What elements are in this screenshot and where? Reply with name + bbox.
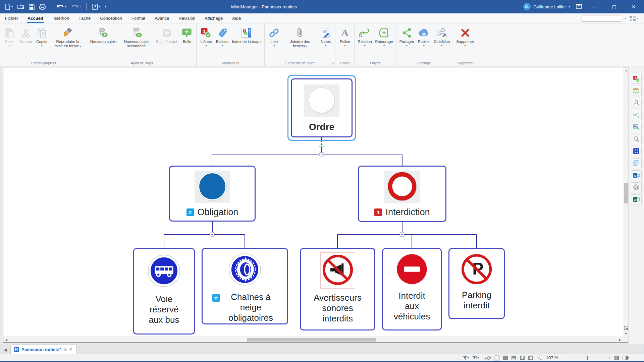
- new-subtopic-button[interactable]: Nouveau sujet secondaire: [119, 25, 154, 48]
- user-account-menu[interactable]: GL Guillaume Lailler ▾: [523, 3, 570, 10]
- share-button[interactable]: Partager ▾: [398, 25, 416, 47]
- scroll-left-button[interactable]: ◀: [3, 337, 9, 343]
- web-pane-tab[interactable]: [631, 182, 642, 192]
- tab-conception[interactable]: Conception: [95, 13, 127, 23]
- tags-button[interactable]: Balises ▾: [214, 25, 230, 47]
- horizontal-scroll-thumb[interactable]: [247, 338, 376, 342]
- zoom-slider[interactable]: [569, 356, 605, 360]
- collapse-toggle[interactable]: −: [210, 232, 215, 237]
- dialog-launcher-icon[interactable]: ⇲: [331, 62, 334, 65]
- scroll-right-button[interactable]: ▶: [617, 337, 623, 343]
- float-tab-icon[interactable]: ⇲: [64, 347, 67, 352]
- boundary-button[interactable]: Entourage ▾: [374, 25, 395, 47]
- outlook-pane-tab[interactable]: O: [631, 170, 642, 180]
- new-topic-button[interactable]: Nouveau sujet▾: [89, 25, 119, 44]
- format-painter-button[interactable]: Reproduire la mise en forme▾: [50, 25, 86, 48]
- new-document-button[interactable]: ▾: [5, 4, 13, 10]
- topic-no-horn[interactable]: Avertisseurs sonores interdits: [300, 248, 375, 330]
- help-button[interactable]: ? ▾: [92, 4, 100, 10]
- link-button[interactable]: Lien ▾: [266, 25, 282, 47]
- vertical-scrollbar[interactable]: ▲ ▼: [623, 67, 629, 337]
- add-subtopic-button[interactable]: +: [319, 142, 324, 147]
- tab-affichage[interactable]: Affichage: [200, 13, 227, 23]
- document-tab[interactable]: Panneaux routiers* ⇲ ✕: [10, 345, 76, 354]
- power-filter-button[interactable]: ▾: [472, 356, 479, 360]
- resources-pane-tab[interactable]: [631, 98, 642, 108]
- task-info-pane-tab[interactable]: [631, 86, 642, 96]
- delete-button[interactable]: Supprimer ▾: [454, 25, 476, 47]
- save-button[interactable]: [29, 4, 35, 10]
- tag-check-button[interactable]: [520, 355, 525, 361]
- outline-view-button[interactable]: [503, 355, 508, 361]
- search-pane-tab[interactable]: [631, 134, 642, 144]
- publish-button[interactable]: Publier ▾: [416, 25, 432, 47]
- topic-no-entry[interactable]: Interdit aux véhicules: [382, 248, 442, 330]
- marker-pane-tab[interactable]: 1: [631, 74, 642, 84]
- ribbon-display-options-button[interactable]: [576, 4, 582, 10]
- zoom-out-button[interactable]: −: [563, 355, 566, 361]
- callout-button[interactable]: Bulle: [179, 25, 195, 44]
- presentation-mode-button[interactable]: [494, 355, 500, 361]
- task-pane-toggle-button[interactable]: ▾: [623, 356, 629, 360]
- library-pane-tab[interactable]: [631, 122, 642, 132]
- maximize-button[interactable]: ▢: [607, 4, 621, 9]
- close-tab-icon[interactable]: ✕: [69, 347, 73, 352]
- fit-map-button[interactable]: [614, 355, 620, 361]
- priority-marker[interactable]: 2: [186, 208, 194, 216]
- excel-pane-tab[interactable]: X: [631, 194, 642, 204]
- topic-bus-lane[interactable]: Voie réservé aux bus: [133, 248, 195, 335]
- open-button[interactable]: [17, 4, 24, 9]
- topic-interdiction[interactable]: 1 Interdiction: [358, 166, 446, 222]
- snap-pane-tab[interactable]: [631, 146, 642, 156]
- tab-avance[interactable]: Avancé: [150, 13, 174, 23]
- close-button[interactable]: ✕: [627, 4, 640, 9]
- vertical-scroll-thumb[interactable]: [624, 183, 628, 203]
- notes-panel-button[interactable]: [536, 355, 542, 361]
- browser-pane-tab[interactable]: [631, 158, 642, 168]
- relationship-button[interactable]: Relation ▾: [356, 25, 373, 47]
- customize-quick-access-button[interactable]: ▾: [105, 5, 106, 8]
- resize-grip[interactable]: ⋰⋰: [632, 356, 642, 360]
- view-switcher-button[interactable]: ▾: [629, 16, 638, 21]
- minimize-button[interactable]: –: [588, 4, 601, 9]
- tab-insertion[interactable]: Insertion: [48, 13, 74, 23]
- map-index-button[interactable]: 1 Index de la map▾: [230, 25, 263, 44]
- print-button[interactable]: [39, 4, 46, 10]
- tab-accueil[interactable]: Accueil: [23, 13, 48, 23]
- topic-no-parking[interactable]: P Parking interdit: [448, 248, 505, 319]
- tab-scroll-left-button[interactable]: ◀: [0, 347, 10, 354]
- priority-marker[interactable]: 1: [374, 208, 382, 216]
- paste-button[interactable]: Coller ▾: [2, 25, 18, 47]
- collapse-toggle[interactable]: −: [319, 152, 324, 157]
- copy-button[interactable]: Copier ▾: [34, 25, 50, 47]
- zoom-slider-handle[interactable]: [587, 356, 588, 360]
- ribbon-search-input[interactable]: [582, 15, 621, 22]
- topic-root[interactable]: Ordre: [291, 78, 353, 137]
- map-canvas[interactable]: + − − − Ordre 2 Obligation: [3, 67, 629, 343]
- tab-format[interactable]: Format: [127, 13, 150, 23]
- tab-aide[interactable]: Aide: [227, 13, 246, 23]
- tab-revision[interactable]: Révision: [174, 13, 200, 23]
- map-parts-pane-tab[interactable]: [631, 110, 642, 120]
- autosync-button[interactable]: ▾: [485, 355, 491, 361]
- icons-button[interactable]: 1 Icônes ▾: [198, 25, 214, 47]
- zoom-in-button[interactable]: +: [608, 355, 611, 361]
- topic-snow-chains[interactable]: ☆ Chaînes à neige obligatoires: [202, 248, 288, 324]
- search-dropdown-arrow-icon[interactable]: ▾: [625, 17, 626, 20]
- filter-button[interactable]: ▾: [463, 356, 469, 360]
- font-button[interactable]: A Police ▾: [337, 25, 353, 47]
- horizontal-scrollbar[interactable]: ◀ ▶: [3, 337, 623, 342]
- redo-button[interactable]: ▾: [71, 4, 81, 10]
- notes-button[interactable]: Notes ▾: [318, 25, 334, 47]
- gantt-calendar-button[interactable]: 24: [511, 355, 517, 361]
- tag-edit-button[interactable]: [528, 355, 533, 361]
- cut-button[interactable]: Couper: [18, 25, 34, 44]
- collapse-toggle[interactable]: −: [399, 232, 405, 237]
- tab-tache[interactable]: Tâche: [74, 13, 95, 23]
- undo-button[interactable]: ▾: [57, 4, 66, 10]
- attach-files-button[interactable]: Joindre des fichiers▾: [282, 25, 318, 48]
- floating-topic-button[interactable]: Sujet flottant: [154, 25, 179, 44]
- star-marker-icon[interactable]: ☆: [212, 294, 220, 302]
- tab-fichier[interactable]: Fichier: [0, 13, 23, 23]
- topic-obligation[interactable]: 2 Obligation: [169, 166, 256, 222]
